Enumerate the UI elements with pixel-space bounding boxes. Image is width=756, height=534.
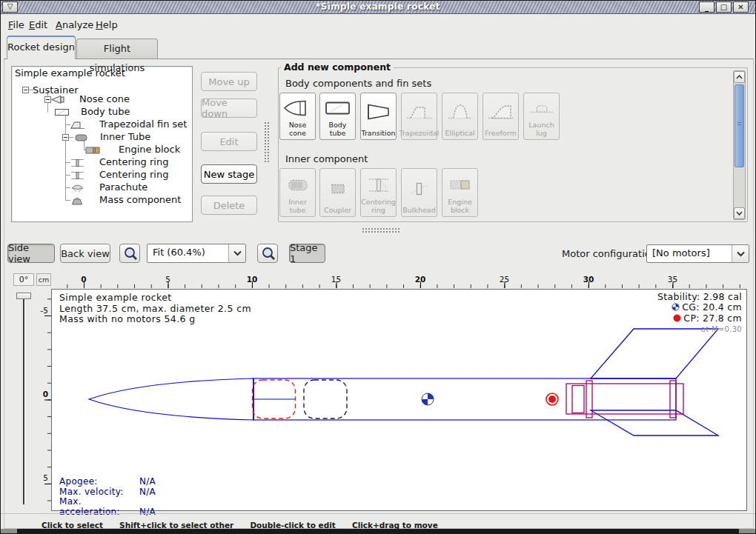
minimize-button[interactable]: _ xyxy=(699,1,714,13)
engine-block-icon xyxy=(85,145,103,155)
component-button-bulkhead[interactable]: Bulkhead xyxy=(401,168,437,217)
back-view-button[interactable]: Back view xyxy=(60,244,110,263)
rotation-slider-handle[interactable] xyxy=(16,293,31,299)
rocket-name-line: Simple example rocket xyxy=(59,293,251,304)
menu-item-file[interactable]: File xyxy=(5,18,27,32)
chevron-down-icon xyxy=(732,245,749,262)
component-button-trapezoidal[interactable]: Trapezoidal xyxy=(401,93,437,140)
component-button-engine-block[interactable]: Engine block xyxy=(442,168,478,217)
nose-cone-icon xyxy=(51,95,67,104)
trapezoidal-fin-icon xyxy=(405,96,434,128)
expander-sustainer[interactable] xyxy=(22,87,29,93)
application-window: ▽ *Simple example rocket _ □ ✕ File Edit… xyxy=(0,0,756,534)
minimize-icon: _ xyxy=(705,3,709,11)
rotation-indicator: 0° xyxy=(13,273,34,286)
scrollbar-up-button[interactable] xyxy=(734,71,745,83)
stability-readout: Stability: 2.98 cal xyxy=(657,292,742,302)
window-bottom-edge xyxy=(1,529,755,533)
rotation-slider-track[interactable] xyxy=(23,296,24,504)
inner-tube-icon xyxy=(73,133,90,142)
transition-icon xyxy=(364,96,394,128)
component-button-launch-lug[interactable]: Launch lug xyxy=(523,93,560,140)
close-button[interactable]: ✕ xyxy=(733,1,749,13)
component-tree[interactable]: Simple example rocket Sustainer Nose con… xyxy=(11,66,193,222)
expander-body-tube[interactable] xyxy=(44,96,51,103)
body-group-label: Body components and fin sets xyxy=(285,78,431,89)
tree-item-sustainer[interactable]: Sustainer xyxy=(33,84,79,96)
tree-item-engine-block[interactable]: Engine block xyxy=(119,144,180,155)
stage-1-toggle[interactable]: Stage 1 xyxy=(289,244,325,263)
new-stage-button[interactable]: New stage xyxy=(201,164,257,184)
component-button-transition[interactable]: Transition xyxy=(360,93,397,140)
mach-note: at M=0.30 xyxy=(657,324,742,335)
tree-item-centering-1[interactable]: Centering ring xyxy=(99,156,168,167)
component-panel-scrollbar[interactable] xyxy=(733,70,746,220)
menu-item-analyze[interactable]: Analyze xyxy=(53,18,96,32)
maximize-button[interactable]: □ xyxy=(716,1,732,13)
body-tube-icon xyxy=(323,96,353,120)
resize-handle-right[interactable] xyxy=(739,529,755,533)
h-tick-25: 25 xyxy=(500,275,509,284)
h-tick-10: 10 xyxy=(247,275,258,284)
engine-block-outline[interactable] xyxy=(572,386,584,413)
component-button-nose-cone[interactable]: Nose cone xyxy=(279,93,316,140)
tab-pane-border xyxy=(4,59,754,59)
resize-handle-left[interactable] xyxy=(1,529,17,533)
fin-top[interactable] xyxy=(591,329,718,378)
component-button-inner-tube[interactable]: Inner tube xyxy=(279,168,316,217)
centering-ring-outline-2[interactable] xyxy=(670,381,676,418)
motor-config-label: Motor configuration: xyxy=(562,248,660,259)
scrollbar-down-button[interactable] xyxy=(734,207,745,219)
tree-item-nose-cone[interactable]: Nose cone xyxy=(79,93,130,104)
cp-readout: CP: 27.8 cm xyxy=(657,313,742,324)
delete-button[interactable]: Delete xyxy=(201,196,257,215)
edit-button[interactable]: Edit xyxy=(201,132,257,151)
centering-ring-icon xyxy=(70,158,86,167)
vertical-splitter-grip[interactable] xyxy=(264,121,270,163)
component-button-coupler[interactable]: Coupler xyxy=(319,168,356,217)
h-tick-0: 0 xyxy=(81,275,86,284)
zoom-combobox[interactable]: Fit (60.4%) xyxy=(147,244,246,263)
tree-item-parachute[interactable]: Parachute xyxy=(99,181,147,193)
tree-item-trapezoidal[interactable]: Trapezoidal fin set xyxy=(99,119,187,130)
max-velocity-row: Max. velocity:N/A xyxy=(59,487,156,498)
tab-flight-simulations[interactable]: Flight simulations xyxy=(76,39,158,59)
rocket-mass-line: Mass with no motors 54.6 g xyxy=(59,314,251,325)
magnifier-icon xyxy=(122,246,137,261)
component-button-body-tube[interactable]: Body tube xyxy=(319,93,356,140)
component-button-freeform[interactable]: Freeform xyxy=(483,93,519,140)
expander-inner-tube[interactable] xyxy=(62,134,69,141)
nose-cone-outline[interactable] xyxy=(89,378,253,420)
mass-component-outline[interactable] xyxy=(304,380,347,418)
tree-item-inner-tube[interactable]: Inner Tube xyxy=(100,131,150,142)
magnifier-icon xyxy=(260,246,275,261)
rocket-dimensions-line: Length 37.5 cm, max. diameter 2.5 cm xyxy=(59,304,251,315)
mass-component-icon xyxy=(70,196,86,205)
close-icon: ✕ xyxy=(737,3,743,11)
horizontal-splitter-grip[interactable] xyxy=(362,227,400,234)
menubar: File Edit Analyze Help xyxy=(1,15,755,34)
tab-rocket-design[interactable]: Rocket design xyxy=(7,36,76,59)
side-view-button[interactable]: Side view xyxy=(7,244,55,263)
window-titlebar: ▽ *Simple example rocket _ □ ✕ xyxy=(1,1,755,14)
rocket-canvas[interactable]: Simple example rocket Length 37.5 cm, ma… xyxy=(51,289,747,511)
cg-marker[interactable] xyxy=(422,393,434,405)
tree-item-mass[interactable]: Mass component xyxy=(99,194,181,205)
tree-item-body-tube[interactable]: Body tube xyxy=(81,106,130,117)
zoom-out-button[interactable] xyxy=(119,244,140,263)
v-tick-5: 5 xyxy=(43,473,48,482)
component-button-elliptical[interactable]: Elliptical xyxy=(442,93,478,140)
menu-item-help[interactable]: Help xyxy=(93,18,121,32)
menu-item-edit[interactable]: Edit xyxy=(26,18,50,32)
motor-config-combobox[interactable]: [No motors] xyxy=(646,244,749,263)
move-up-button[interactable]: Move up xyxy=(201,72,257,91)
zoom-in-button[interactable] xyxy=(257,244,278,263)
tree-item-centering-2[interactable]: Centering ring xyxy=(99,169,168,180)
cg-readout: CG: 20.4 cm xyxy=(657,302,742,313)
centering-ring-outline-1[interactable] xyxy=(586,381,592,418)
chevron-down-icon xyxy=(228,244,245,262)
component-button-centering-ring[interactable]: Centering ring xyxy=(360,168,397,217)
move-down-button[interactable]: Move down xyxy=(201,99,257,118)
scrollbar-thumb[interactable] xyxy=(735,84,744,167)
cp-marker[interactable] xyxy=(546,393,558,405)
